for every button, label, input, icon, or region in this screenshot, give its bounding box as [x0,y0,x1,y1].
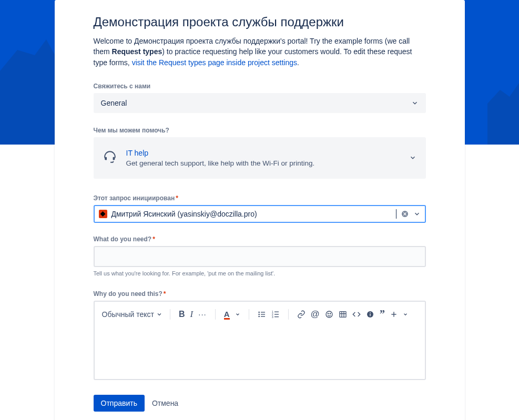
mention-icon[interactable]: @ [310,308,321,321]
chevron-down-icon [409,154,416,161]
svg-rect-6 [261,316,265,316]
requester-label: Этот запрос инициирован* [94,194,426,202]
svg-text:3: 3 [271,315,273,318]
svg-rect-4 [261,312,265,312]
page-title: Демонстрация проекта службы поддержки [94,15,426,29]
svg-point-2 [258,313,260,315]
request-type-select[interactable]: IT help Get general tech support, like h… [94,137,426,179]
toolbar-separator [288,309,289,320]
more-formatting-icon[interactable]: ··· [197,309,208,320]
table-icon[interactable] [338,309,348,320]
need-hint: Tell us what you're looking for. For exa… [94,270,426,276]
clear-icon[interactable] [401,210,409,218]
why-label-text: Why do you need this? [94,290,162,298]
code-icon[interactable] [351,309,362,320]
quote-icon[interactable]: ” [379,307,386,321]
svg-rect-16 [340,311,346,317]
bold-icon[interactable]: B [178,309,186,320]
welcome-bold: Request types [112,47,162,56]
svg-point-1 [258,311,260,313]
svg-point-3 [258,315,260,317]
svg-point-13 [326,311,332,317]
chevron-down-icon [411,99,419,107]
requester-label-text: Этот запрос инициирован [94,194,175,202]
required-indicator: * [152,235,155,243]
toolbar-separator [215,309,216,320]
chevron-down-icon[interactable] [234,311,241,318]
italic-icon[interactable]: I [189,308,195,321]
why-editor-body[interactable] [95,326,425,379]
toolbar-separator [170,309,170,320]
chevron-down-icon [413,210,421,218]
submit-button[interactable]: Отправить [94,395,145,412]
need-input[interactable] [94,246,426,267]
info-icon[interactable] [365,309,375,320]
portal-form-card: Демонстрация проекта службы поддержки We… [55,0,465,420]
request-type-title: IT help [126,149,400,157]
requester-select[interactable]: Дмитрий Ясинский (yasinskiy@doczilla.pro… [94,205,426,223]
need-label-text: What do you need? [94,235,152,243]
request-type-content: IT help Get general tech support, like h… [126,149,400,167]
text-color-icon[interactable]: A [223,309,231,320]
svg-point-22 [370,312,371,313]
text-style-dropdown[interactable]: Обычный текст [102,310,163,319]
contact-select[interactable]: General [94,93,426,113]
welcome-period: . [297,58,299,67]
toolbar-separator [249,309,249,320]
svg-rect-21 [370,313,370,316]
request-type-desc: Get general tech support, like help with… [126,159,400,167]
cancel-button[interactable]: Отмена [152,399,178,407]
why-editor: Обычный текст B I ··· A [94,301,426,380]
form-actions: Отправить Отмена [94,395,426,412]
request-types-link[interactable]: visit the Request types page inside proj… [132,58,297,67]
why-label: Why do you need this?* [94,290,426,298]
svg-point-15 [330,313,330,314]
svg-rect-12 [274,316,279,317]
numbered-list-icon[interactable]: 123 [270,309,281,320]
requester-value: Дмитрий Ясинский (yasinskiy@doczilla.pro… [111,209,396,219]
svg-rect-10 [274,311,279,312]
text-style-label: Обычный текст [102,310,155,319]
avatar [99,210,107,218]
link-icon[interactable] [296,309,307,320]
chevron-down-icon[interactable] [402,311,409,318]
help-label: Чем мы можем помочь? [94,127,426,134]
need-label: What do you need?* [94,235,426,243]
emoji-icon[interactable] [324,309,334,320]
plus-icon[interactable] [389,310,399,319]
svg-rect-11 [274,314,279,314]
editor-toolbar: Обычный текст B I ··· A [95,302,425,326]
contact-label: Свяжитесь с нами [94,83,426,90]
welcome-text: Welcome to Демонстрация проекта службы п… [94,36,426,68]
svg-point-14 [328,313,328,314]
required-indicator: * [176,194,178,202]
required-indicator: * [164,290,166,298]
bullet-list-icon[interactable] [257,309,267,320]
svg-rect-5 [261,314,265,314]
contact-selected-value: General [101,99,127,107]
headset-icon [103,150,117,163]
